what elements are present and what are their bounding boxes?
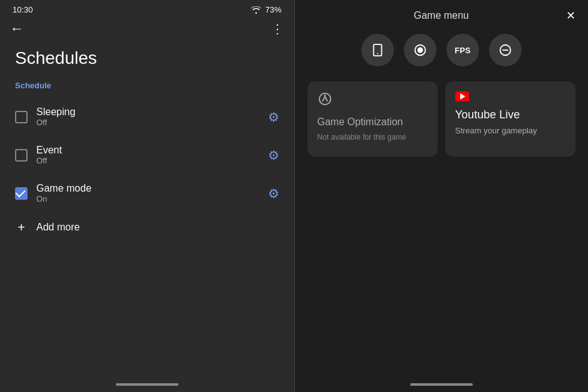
close-button[interactable]: ✕ <box>566 9 575 23</box>
game-menu-header: Game menu ✕ <box>295 0 589 29</box>
more-options-button[interactable]: ⋮ <box>271 21 284 36</box>
status-bar: 10:30 73% <box>0 0 294 17</box>
minus-circle-icon <box>498 43 512 57</box>
schedule-item-event[interactable]: Event Off ⚙ <box>0 136 294 174</box>
youtube-live-card[interactable]: Youtube Live Stream your gameplay <box>445 81 575 157</box>
record-icon <box>413 43 427 57</box>
item-status-sleeping: Off <box>36 118 259 127</box>
youtube-live-subtitle: Stream your gameplay <box>455 126 565 135</box>
status-right: 73% <box>251 5 281 14</box>
record-icon-button[interactable] <box>404 34 436 66</box>
right-panel: Game menu ✕ FPS <box>295 0 589 392</box>
gear-icon-game-mode[interactable]: ⚙ <box>268 186 279 201</box>
fps-label: FPS <box>455 46 470 55</box>
gear-icon-sleeping[interactable]: ⚙ <box>268 110 279 125</box>
battery-display: 73% <box>265 5 281 14</box>
plus-icon: + <box>15 221 28 234</box>
game-menu-icon-row: FPS <box>295 29 589 76</box>
game-menu-title: Game menu <box>414 10 469 21</box>
game-optimization-card[interactable]: Game Optimization Not available for this… <box>307 81 438 157</box>
add-more-label: Add more <box>36 222 80 233</box>
youtube-icon <box>455 91 469 101</box>
item-status-game-mode: On <box>36 194 259 204</box>
game-optimization-subtitle: Not available for this game <box>317 133 428 142</box>
time-display: 10:30 <box>13 5 33 14</box>
checkbox-sleeping[interactable] <box>15 111 28 123</box>
item-text-sleeping: Sleeping Off <box>36 106 259 127</box>
schedule-list: Sleeping Off ⚙ Event Off ⚙ Game mode On … <box>0 98 294 212</box>
item-name-event: Event <box>36 145 259 156</box>
bottom-nav-indicator-right <box>410 383 473 386</box>
add-more-item[interactable]: + Add more <box>0 212 294 242</box>
svg-point-3 <box>417 47 423 53</box>
phone-icon <box>371 43 384 57</box>
top-nav: ← ⋮ <box>0 17 294 42</box>
gear-icon-event[interactable]: ⚙ <box>268 148 279 163</box>
svg-point-1 <box>377 53 378 54</box>
schedule-item-sleeping[interactable]: Sleeping Off ⚙ <box>0 98 294 136</box>
game-optimization-title: Game Optimization <box>317 116 428 129</box>
do-not-disturb-icon-button[interactable] <box>489 34 522 66</box>
cards-row: Game Optimization Not available for this… <box>295 76 589 162</box>
checkbox-event[interactable] <box>15 149 28 162</box>
youtube-live-title: Youtube Live <box>455 108 565 122</box>
optimization-icon <box>317 91 428 110</box>
schedule-item-game-mode[interactable]: Game mode On ⚙ <box>0 174 294 212</box>
bottom-nav-indicator-left <box>116 383 178 386</box>
screen-icon-button[interactable] <box>361 34 394 66</box>
back-button[interactable]: ← <box>10 21 24 37</box>
checkbox-game-mode[interactable] <box>15 187 28 200</box>
item-name-game-mode: Game mode <box>36 183 259 194</box>
left-panel: 10:30 73% ← ⋮ Schedules Schedule Sleepin… <box>0 0 294 392</box>
item-text-event: Event Off <box>36 145 259 165</box>
section-label: Schedule <box>0 81 294 98</box>
wifi-icon <box>251 6 261 14</box>
page-title: Schedules <box>0 42 294 81</box>
item-name-sleeping: Sleeping <box>36 106 259 118</box>
item-status-event: Off <box>36 156 259 165</box>
item-text-game-mode: Game mode On <box>36 183 259 204</box>
fps-icon-button[interactable]: FPS <box>446 34 479 66</box>
